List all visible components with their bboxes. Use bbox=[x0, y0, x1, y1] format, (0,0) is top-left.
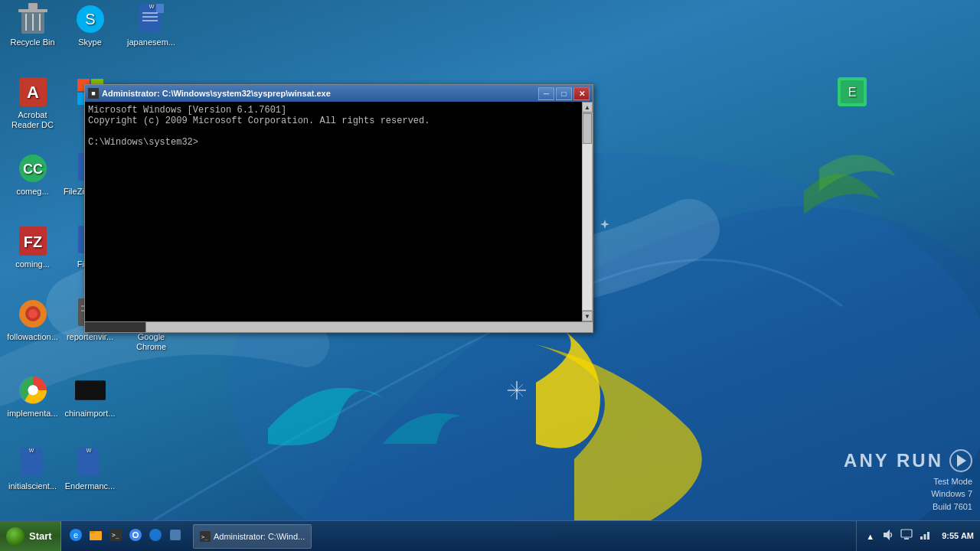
svg-text:S: S bbox=[85, 11, 95, 28]
cmd-title: Administrator: C:\Windows\system32\syspr… bbox=[102, 89, 538, 98]
svg-rect-71 bbox=[924, 534, 926, 540]
monitor-icon[interactable] bbox=[899, 527, 914, 545]
svg-text:W: W bbox=[149, 4, 154, 9]
taskbar-item-cmd[interactable]: >_ Administrator: C:\Wind... bbox=[193, 524, 312, 549]
scrollbar-track bbox=[582, 112, 593, 311]
minimize-button[interactable]: ─ bbox=[538, 87, 554, 100]
scrollbar-thumb[interactable] bbox=[583, 113, 592, 144]
ccleaner-icon: CC bbox=[18, 153, 48, 184]
start-button[interactable]: Start bbox=[0, 521, 61, 551]
desktop-icon-skype[interactable]: S Skype bbox=[61, 4, 119, 47]
cmd-statusbar bbox=[85, 321, 593, 332]
cmd-line1: Microsoft Windows [Version 6.1.7601] bbox=[88, 105, 579, 116]
cmd-scrollbar[interactable]: ▲ ▼ bbox=[582, 102, 593, 321]
close-button[interactable]: ✕ bbox=[573, 87, 590, 100]
start-orb bbox=[6, 527, 24, 546]
svg-rect-15 bbox=[156, 4, 164, 13]
desktop-icon-endermanc[interactable]: E bbox=[823, 77, 880, 110]
scroll-up-button[interactable]: ▲ bbox=[582, 102, 593, 112]
sound-icon[interactable] bbox=[880, 527, 896, 545]
japanese-label: japanesem... bbox=[122, 37, 180, 47]
svg-point-62 bbox=[134, 533, 138, 537]
chrome-icon bbox=[18, 375, 48, 406]
cmd-line4: C:\Windows\system32> bbox=[88, 137, 579, 148]
desktop-icon-implementa[interactable]: chinaimport... bbox=[61, 375, 119, 419]
acrobat-label: Acrobat Reader DC bbox=[4, 110, 61, 130]
anyrun-watermark: ANY RUN bbox=[844, 449, 972, 472]
desktop-icon-acrobat[interactable]: A Acrobat Reader DC bbox=[4, 77, 61, 130]
tray-expand[interactable]: ▲ bbox=[863, 532, 877, 541]
cmd-taskbar-icon[interactable]: >_ bbox=[107, 527, 124, 546]
chinaimport-icon: W bbox=[18, 448, 48, 478]
initialscient-icon: W bbox=[75, 448, 106, 478]
svg-rect-64 bbox=[170, 530, 181, 540]
testmode-line3: Build 7601 bbox=[931, 500, 972, 514]
scroll-down-button[interactable]: ▼ bbox=[582, 311, 593, 321]
desktop-icon-japanese[interactable]: W japanesem... bbox=[122, 4, 180, 47]
testmode-line2: Windows 7 bbox=[931, 487, 972, 500]
taskbar-items: >_ Administrator: C:\Wind... bbox=[190, 521, 856, 551]
testmode-line1: Test Mode bbox=[931, 475, 972, 488]
cmd-line2: Copyright (c) 2009 Microsoft Corporation… bbox=[88, 116, 579, 126]
svg-rect-72 bbox=[927, 532, 929, 540]
svg-text:E: E bbox=[848, 86, 856, 99]
desktop-icon-initialscient[interactable]: W Endermanc... bbox=[61, 448, 119, 491]
anyrun-text: ANY RUN bbox=[844, 450, 943, 471]
chrome-label: implementa... bbox=[4, 409, 61, 419]
network-icon[interactable] bbox=[917, 527, 933, 545]
desktop-icon-chrome[interactable]: implementa... bbox=[4, 375, 61, 419]
svg-rect-70 bbox=[920, 536, 923, 540]
chinaimport-label: initialscient... bbox=[4, 481, 61, 491]
desktop-icon-filezilla[interactable]: FZ coming... bbox=[4, 226, 61, 269]
desktop-icon-recycle-bin[interactable]: Recycle Bin bbox=[4, 4, 61, 47]
maximize-button[interactable]: □ bbox=[556, 87, 572, 100]
explorer-taskbar-icon[interactable] bbox=[87, 527, 104, 546]
svg-text:e: e bbox=[74, 530, 78, 540]
skype-label: Skype bbox=[61, 37, 119, 47]
implementa-icon bbox=[75, 375, 106, 406]
taskbar-item-label: Administrator: C:\Wind... bbox=[214, 532, 305, 541]
svg-point-36 bbox=[28, 309, 38, 318]
cmd-body: Microsoft Windows [Version 6.1.7601] Cop… bbox=[85, 102, 593, 321]
clock[interactable]: 9:55 AM bbox=[936, 530, 980, 542]
reportenvir-label: Google Chrome bbox=[122, 332, 180, 352]
svg-rect-46 bbox=[75, 380, 106, 400]
cmd-content[interactable]: Microsoft Windows [Version 6.1.7601] Cop… bbox=[85, 102, 582, 321]
endermanc-icon: E bbox=[837, 77, 867, 107]
svg-rect-8 bbox=[28, 3, 38, 9]
cmd-titlebar[interactable]: ■ Administrator: C:\Windows\system32\sys… bbox=[85, 85, 593, 102]
ie2-taskbar-icon[interactable] bbox=[147, 527, 164, 546]
play-triangle bbox=[957, 455, 966, 467]
clock-time: 9:55 AM bbox=[942, 530, 974, 542]
svg-text:CC: CC bbox=[23, 161, 43, 177]
svg-point-63 bbox=[149, 529, 162, 541]
taskbar: Start e >_ >_ Administrator: C:\Wind... … bbox=[0, 520, 980, 551]
filezilla-label: coming... bbox=[4, 259, 61, 269]
ie-taskbar-icon[interactable]: e bbox=[67, 527, 84, 546]
taskbar-quick-launch: e >_ bbox=[61, 527, 190, 546]
desktop-icon-chinaimport[interactable]: W initialscient... bbox=[4, 448, 61, 491]
unknown-taskbar-icon[interactable] bbox=[167, 527, 184, 546]
recycle-bin-icon bbox=[18, 4, 48, 34]
svg-marker-67 bbox=[884, 530, 890, 540]
desktop: Recycle Bin S Skype W bbox=[0, 0, 980, 551]
svg-rect-68 bbox=[901, 530, 912, 537]
firefox-icon bbox=[18, 298, 48, 329]
recycle-bin-label: Recycle Bin bbox=[4, 37, 61, 47]
svg-text:A: A bbox=[27, 83, 39, 102]
followaction-label: reportenvir... bbox=[61, 332, 119, 342]
desktop-icon-firefox[interactable]: followaction... bbox=[4, 298, 61, 342]
firefox-label: followaction... bbox=[4, 332, 61, 342]
svg-text:FZ: FZ bbox=[23, 233, 41, 250]
desktop-icon-ccleaner[interactable]: CC comeg... bbox=[4, 153, 61, 197]
cmd-status-left bbox=[85, 322, 146, 332]
cmd-window-icon: ■ bbox=[88, 88, 99, 99]
svg-text:W: W bbox=[86, 448, 91, 453]
system-tray: ▲ bbox=[856, 521, 936, 551]
chrome-taskbar-icon[interactable] bbox=[127, 527, 144, 546]
svg-rect-69 bbox=[904, 538, 909, 540]
svg-rect-7 bbox=[18, 9, 47, 12]
cmd-line3 bbox=[88, 126, 579, 137]
cmd-window-controls: ─ □ ✕ bbox=[538, 87, 590, 100]
japanese-icon: W bbox=[136, 4, 167, 34]
